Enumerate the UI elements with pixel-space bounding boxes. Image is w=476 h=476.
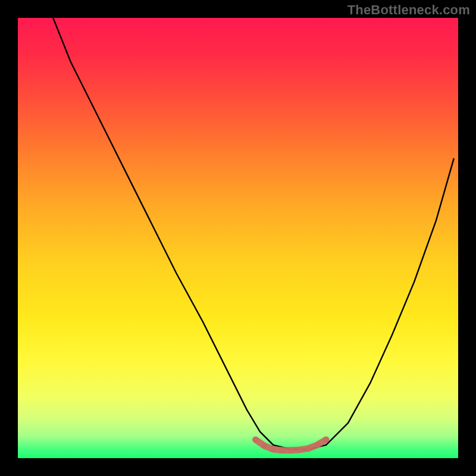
watermark-label: TheBottleneck.com xyxy=(347,2,470,18)
svg-point-2 xyxy=(270,446,276,452)
svg-point-0 xyxy=(253,437,259,443)
svg-point-8 xyxy=(323,437,329,443)
svg-point-7 xyxy=(314,442,320,448)
svg-point-6 xyxy=(305,446,311,452)
svg-point-1 xyxy=(261,443,267,449)
plot-svg xyxy=(18,18,458,458)
chart-frame: TheBottleneck.com xyxy=(0,0,476,476)
valley-highlight xyxy=(253,437,329,453)
svg-point-4 xyxy=(288,447,294,453)
svg-point-3 xyxy=(279,447,285,453)
svg-point-5 xyxy=(297,447,303,453)
curve-line xyxy=(53,18,453,449)
plot-area xyxy=(18,18,458,458)
